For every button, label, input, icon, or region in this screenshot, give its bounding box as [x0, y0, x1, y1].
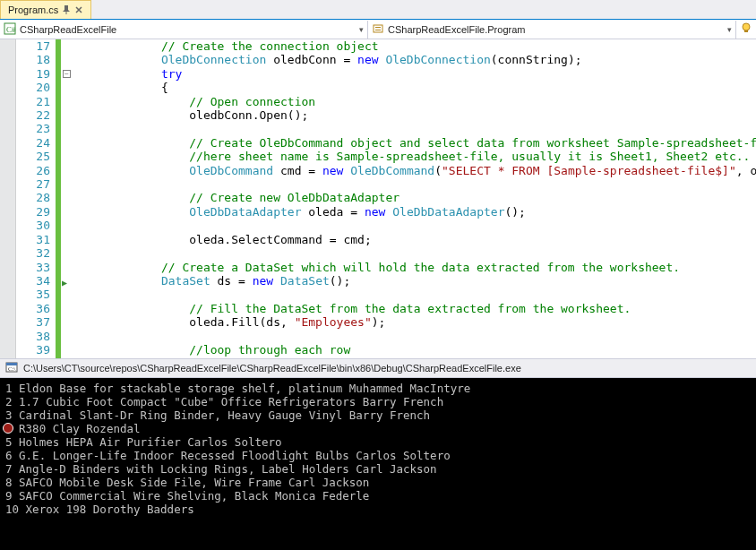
svg-rect-3	[375, 27, 381, 28]
class-dropdown[interactable]: CSharpReadExcelFile.Program ▾	[368, 21, 736, 39]
svg-text:C#: C#	[6, 25, 16, 34]
breakpoint-gutter[interactable]	[0, 39, 16, 358]
svg-point-5	[743, 23, 750, 30]
svg-rect-4	[375, 30, 381, 30]
svg-rect-6	[744, 30, 748, 32]
console-output[interactable]: 1 Eldon Base for stackable storage shelf…	[0, 378, 756, 550]
chevron-down-icon: ▾	[727, 25, 732, 34]
class-dropdown-label: CSharpReadExcelFile.Program	[388, 24, 724, 35]
breakpoint-marker[interactable]	[3, 423, 13, 434]
output-path: C:\Users\CT\source\repos\CSharpReadExcel…	[23, 363, 521, 374]
document-tab-bar: Program.cs	[0, 0, 756, 20]
lightbulb-icon[interactable]	[736, 21, 756, 37]
code-editor[interactable]: 1718192021222324252627282930313233343536…	[0, 39, 756, 358]
tab-title: Program.cs	[8, 4, 58, 15]
outline-gutter[interactable]: −▶	[61, 39, 75, 358]
project-dropdown-label: CSharpReadExcelFile	[20, 24, 356, 35]
code-text-area[interactable]: // Create the connection object OleDbCon…	[75, 39, 756, 358]
project-dropdown[interactable]: C# CSharpReadExcelFile ▾	[0, 21, 368, 39]
navigation-bar: C# CSharpReadExcelFile ▾ CSharpReadExcel…	[0, 20, 756, 39]
chevron-down-icon: ▾	[359, 25, 364, 34]
console-app-icon: C:\	[5, 361, 18, 375]
close-icon[interactable]	[74, 5, 83, 14]
method-icon	[372, 22, 384, 37]
svg-rect-2	[374, 25, 382, 32]
output-window-header[interactable]: C:\ C:\Users\CT\source\repos\CSharpReadE…	[0, 358, 756, 378]
document-tab-program-cs[interactable]: Program.cs	[0, 0, 91, 19]
run-to-line-glyph[interactable]: ▶	[62, 276, 67, 289]
outline-collapse-toggle[interactable]: −	[63, 70, 71, 78]
csharp-file-icon: C#	[4, 22, 16, 37]
pin-icon[interactable]	[62, 5, 71, 14]
svg-text:C:\: C:\	[8, 365, 16, 373]
line-number-gutter: 1718192021222324252627282930313233343536…	[16, 39, 56, 358]
